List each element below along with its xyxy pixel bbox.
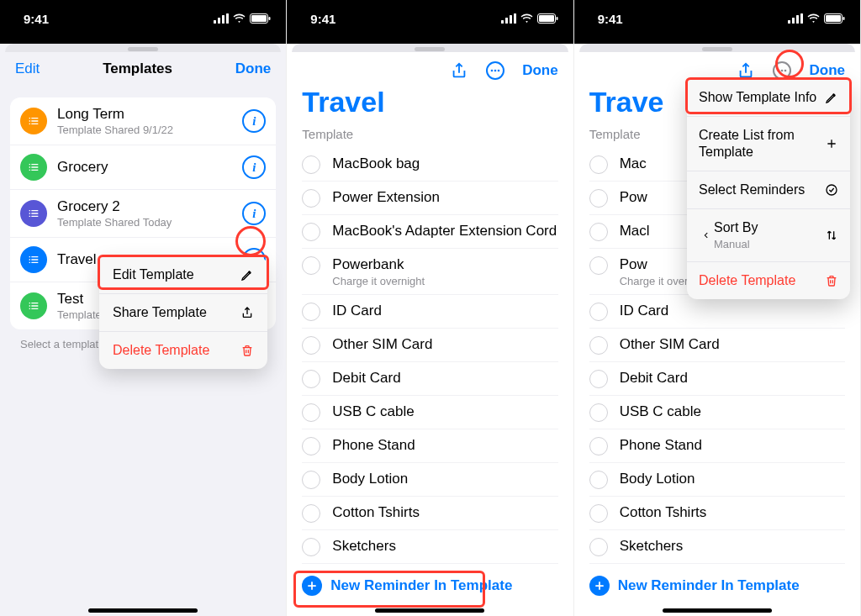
checkbox[interactable] [302,155,320,174]
reminder-texts: Phone Stand [332,436,557,454]
checkbox[interactable] [302,471,320,489]
reminder-row[interactable]: Sketchers [589,530,845,564]
menu-sort-by[interactable]: Sort By Manual [687,209,850,262]
checkbox[interactable] [302,223,320,241]
reminder-row[interactable]: Debit Card [589,362,845,396]
ctx-edit-template[interactable]: Edit Template [99,256,267,294]
checkbox[interactable] [302,303,320,321]
reminder-texts: Cotton Tshirts [620,503,845,521]
ctx-edit-label: Edit Template [113,267,194,282]
reminder-title: Debit Card [620,370,845,387]
menu-create-list-label: Create List from Template [699,127,825,161]
section-label: Template [287,122,573,148]
menu-show-template-info[interactable]: Show Template Info [687,79,850,117]
reminder-row[interactable]: MacBook's Adapter Extension Cord [302,215,557,249]
template-row[interactable]: Groceryi [10,145,276,190]
done-button[interactable]: Done [235,61,272,77]
checkbox[interactable] [589,336,608,355]
checkbox[interactable] [589,256,608,275]
menu-create-list[interactable]: Create List from Template [687,117,850,171]
reminder-row[interactable]: Phone Stand [302,429,557,463]
done-button[interactable]: Done [522,62,558,79]
reminder-texts: Power Extension [332,188,557,206]
reminder-title: ID Card [332,303,557,319]
reminder-row[interactable]: Debit Card [302,362,557,396]
ctx-delete-label: Delete Template [113,343,209,358]
info-button[interactable]: i [242,202,266,225]
checkbox[interactable] [302,336,320,355]
checkbox[interactable] [589,538,608,556]
reminder-row[interactable]: Body Lotion [589,463,845,497]
share-icon [737,61,755,80]
checkbox[interactable] [589,471,608,489]
svg-point-15 [491,70,494,72]
reminder-texts: MacBook bag [332,155,557,172]
checkbox[interactable] [589,223,608,241]
checkbox[interactable] [302,504,320,523]
new-reminder-label: New Reminder In Template [330,577,512,594]
screen-more-menu: 9:41 Done Trave Template MacPowMaclPowCh… [574,0,861,616]
reminder-row[interactable]: Phone Stand [589,429,845,463]
reminder-row[interactable]: USB C cable [302,396,557,429]
plus-icon [825,137,838,150]
reminder-row[interactable]: Other SIM Card [589,329,845,362]
checkbox[interactable] [302,189,320,208]
info-button[interactable]: i [242,109,266,133]
reminder-texts: Body Lotion [332,470,557,487]
menu-delete-template[interactable]: Delete Template [687,262,850,299]
done-button[interactable]: Done [809,62,845,79]
share-button[interactable] [737,61,755,80]
menu-select-reminders[interactable]: Select Reminders [687,171,850,209]
reminder-row[interactable]: Cotton Tshirts [589,497,845,530]
svg-rect-18 [788,20,790,24]
checkbox[interactable] [589,437,608,455]
reminder-texts: Debit Card [332,369,557,387]
reminder-texts: Debit Card [620,369,845,387]
reminder-title: Other SIM Card [620,336,845,353]
checkbox[interactable] [302,403,320,422]
reminder-row[interactable]: USB C cable [589,396,845,429]
reminder-row[interactable]: PowerbankCharge it overnight [302,249,557,295]
template-row[interactable]: Long TermTemplate Shared 9/1/22i [10,97,276,145]
ctx-share-label: Share Template [113,305,207,320]
screen-templates-list: 9:41 Edit Templates Done Long TermTempla… [0,0,287,616]
reminder-row[interactable]: MacBook bag [302,148,557,182]
reminder-row[interactable]: Sketchers [302,530,557,564]
reminder-row[interactable]: ID Card [302,295,557,329]
reminder-row[interactable]: Power Extension [302,182,557,215]
new-reminder-button[interactable]: New Reminder In Template [574,567,860,604]
reminder-row[interactable]: Other SIM Card [302,329,557,362]
checkbox[interactable] [589,403,608,422]
checkbox[interactable] [302,437,320,455]
checkbox[interactable] [589,370,608,388]
reminder-texts: Sketchers [620,537,845,555]
home-indicator [88,608,198,613]
checkbox[interactable] [302,538,320,556]
reminder-row[interactable]: Cotton Tshirts [302,497,557,530]
more-menu: Show Template Info Create List from Temp… [687,79,850,299]
checkbox[interactable] [589,155,608,174]
ctx-delete-template[interactable]: Delete Template [99,332,267,369]
reminders-list: MacBook bagPower ExtensionMacBook's Adap… [287,148,573,568]
row-texts: Grocery 2Template Shared Today [57,198,242,229]
checkbox[interactable] [302,370,320,388]
reminder-row[interactable]: ID Card [589,295,845,329]
share-button[interactable] [450,61,468,80]
more-button[interactable] [485,61,505,81]
svg-rect-8 [505,18,508,24]
edit-button[interactable]: Edit [15,61,40,77]
checkbox[interactable] [302,256,320,275]
more-button[interactable] [772,61,792,81]
reminder-row[interactable]: Body Lotion [302,463,557,497]
checkbox[interactable] [589,303,608,321]
reminder-texts: Body Lotion [620,470,845,487]
ctx-share-template[interactable]: Share Template [99,294,267,332]
checkmark-circle-icon [825,183,838,197]
svg-rect-21 [800,13,803,24]
checkbox[interactable] [589,189,608,208]
checkbox[interactable] [589,504,608,523]
reminder-texts: MacBook's Adapter Extension Cord [332,222,557,240]
info-button[interactable]: i [242,155,266,179]
template-row[interactable]: Grocery 2Template Shared Todayi [10,190,276,238]
new-reminder-button[interactable]: New Reminder In Template [287,567,573,604]
